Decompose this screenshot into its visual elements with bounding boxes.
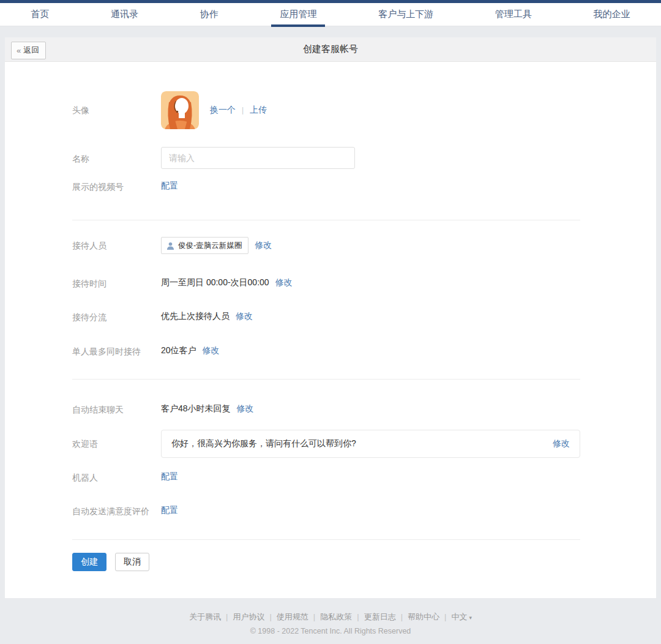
video-channel-row: 展示的视频号 配置 (5, 181, 656, 193)
nav-item-home[interactable]: 首页 (27, 3, 53, 26)
max-concurrent-label: 单人最多同时接待 (72, 345, 161, 358)
robot-row: 机器人 配置 (5, 471, 656, 484)
section-divider (72, 539, 580, 540)
nav-item-label: 我的企业 (594, 9, 630, 20)
welcome-label: 欢迎语 (72, 430, 161, 450)
card-header: « 返回 创建客服帐号 (5, 37, 656, 62)
separator: | (401, 612, 403, 621)
avatar-change-link[interactable]: 换一个 (210, 105, 236, 116)
footer-link-changelog[interactable]: 更新日志 (364, 612, 396, 621)
footer-links: 关于腾讯|用户协议|使用规范|隐私政策|更新日志|帮助中心|中文▾ (0, 612, 661, 623)
welcome-modify-link[interactable]: 修改 (553, 438, 570, 449)
nav-item-collaboration[interactable]: 协作 (196, 3, 222, 26)
nav-item-label: 协作 (200, 9, 218, 20)
max-concurrent-row: 单人最多同时接待 20位客户 修改 (5, 345, 656, 358)
top-navigation: 首页 通讯录 协作 应用管理 客户与上下游 管理工具 我的企业 (0, 3, 661, 26)
footer-link-about[interactable]: 关于腾讯 (189, 612, 221, 621)
robot-label: 机器人 (72, 471, 161, 484)
nav-item-label: 通讯录 (111, 9, 138, 20)
create-button[interactable]: 创建 (72, 553, 106, 571)
routing-value: 优先上次接待人员 (161, 311, 230, 322)
welcome-message-box: 你好，很高兴为你服务，请问有什么可以帮到你? 修改 (161, 430, 580, 458)
video-channel-label: 展示的视频号 (72, 181, 161, 193)
name-label: 名称 (72, 147, 161, 165)
auto-end-modify-link[interactable]: 修改 (237, 403, 254, 414)
avatar-image (161, 91, 199, 129)
back-button[interactable]: « 返回 (11, 42, 46, 59)
separator: | (313, 612, 315, 621)
nav-item-my-company[interactable]: 我的企业 (590, 3, 634, 26)
separator: | (357, 612, 359, 621)
nav-item-admin-tools[interactable]: 管理工具 (491, 3, 536, 26)
name-row: 名称 (5, 147, 656, 169)
form-actions: 创建 取消 (5, 553, 656, 571)
satisfaction-label: 自动发送满意度评价 (72, 505, 161, 517)
hours-label: 接待时间 (72, 277, 161, 290)
person-icon (166, 242, 174, 250)
active-tab-underline (271, 24, 325, 27)
main-card: « 返回 创建客服帐号 头像 换一个 (5, 37, 656, 598)
name-input[interactable] (161, 147, 355, 169)
routing-label: 接待分流 (72, 311, 161, 323)
separator: | (226, 612, 228, 621)
robot-configure-link[interactable]: 配置 (161, 471, 178, 482)
avatar-row: 头像 换一个 | 上传 (5, 91, 656, 129)
language-label: 中文 (451, 612, 467, 621)
welcome-message-text: 你好，很高兴为你服务，请问有什么可以帮到你? (171, 438, 553, 449)
nav-item-label: 应用管理 (280, 9, 316, 20)
nav-item-contacts[interactable]: 通讯录 (107, 3, 142, 26)
language-selector[interactable]: 中文▾ (451, 612, 472, 621)
page-footer: 关于腾讯|用户协议|使用规范|隐私政策|更新日志|帮助中心|中文▾ © 1998… (0, 598, 661, 635)
staff-row: 接待人员 俊俊-壹脑云新媒圈 修改 (5, 237, 656, 254)
create-account-form: 头像 换一个 | 上传 (5, 62, 656, 598)
routing-modify-link[interactable]: 修改 (236, 311, 253, 322)
separator: | (242, 106, 244, 114)
routing-row: 接待分流 优先上次接待人员 修改 (5, 311, 656, 323)
copyright-text: © 1998 - 2022 Tencent Inc. All Rights Re… (0, 627, 661, 635)
hours-row: 接待时间 周一至周日 00:00-次日00:00 修改 (5, 277, 656, 290)
max-concurrent-modify-link[interactable]: 修改 (203, 345, 220, 356)
footer-link-help-center[interactable]: 帮助中心 (408, 612, 439, 621)
video-channel-configure-link[interactable]: 配置 (161, 181, 178, 192)
footer-link-privacy-policy[interactable]: 隐私政策 (320, 612, 352, 621)
auto-end-row: 自动结束聊天 客户48小时未回复 修改 (5, 403, 656, 416)
nav-item-label: 客户与上下游 (378, 9, 433, 20)
satisfaction-row: 自动发送满意度评价 配置 (5, 505, 656, 517)
avatar-upload-link[interactable]: 上传 (250, 105, 267, 116)
nav-item-app-management[interactable]: 应用管理 (276, 3, 320, 26)
caret-down-icon: ▾ (469, 615, 472, 621)
avatar-label: 头像 (72, 91, 161, 116)
hours-modify-link[interactable]: 修改 (275, 277, 293, 288)
section-divider (72, 379, 580, 380)
nav-item-label: 管理工具 (495, 9, 532, 20)
footer-link-user-agreement[interactable]: 用户协议 (233, 612, 264, 621)
separator: | (269, 612, 271, 621)
staff-modify-link[interactable]: 修改 (255, 240, 272, 251)
section-divider (72, 220, 580, 220)
nav-item-label: 首页 (31, 9, 49, 20)
nav-item-customers[interactable]: 客户与上下游 (375, 3, 437, 26)
page-title: 创建客服帐号 (303, 43, 358, 55)
hours-value: 周一至周日 00:00-次日00:00 (161, 277, 269, 288)
separator: | (444, 612, 446, 621)
staff-chip-name: 俊俊-壹脑云新媒圈 (178, 241, 242, 251)
back-chevron-icon: « (17, 46, 21, 55)
staff-label: 接待人员 (72, 237, 161, 252)
cancel-button[interactable]: 取消 (115, 553, 149, 571)
footer-link-usage-rules[interactable]: 使用规范 (277, 612, 308, 621)
staff-chip: 俊俊-壹脑云新媒圈 (161, 237, 248, 254)
max-concurrent-value: 20位客户 (161, 345, 196, 356)
satisfaction-configure-link[interactable]: 配置 (161, 505, 178, 516)
welcome-row: 欢迎语 你好，很高兴为你服务，请问有什么可以帮到你? 修改 (5, 430, 656, 458)
auto-end-value: 客户48小时未回复 (161, 403, 231, 414)
back-button-label: 返回 (23, 45, 39, 56)
auto-end-label: 自动结束聊天 (72, 403, 161, 416)
